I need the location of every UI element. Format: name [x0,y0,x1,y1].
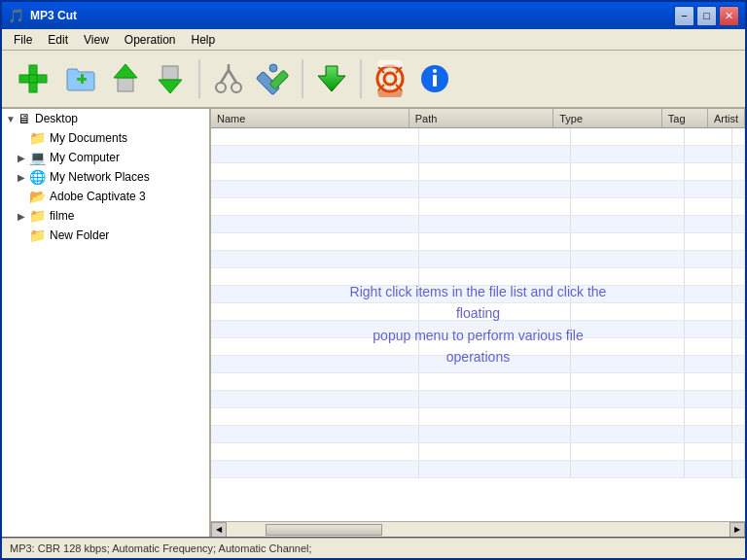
scroll-track[interactable] [227,523,729,537]
tools-button[interactable] [253,58,294,99]
scissors-button[interactable] [208,58,249,99]
col-header-tag: Tag [662,109,708,127]
add-folder-button[interactable] [60,58,101,99]
tree-label-my-computer: My Computer [50,151,120,164]
file-row [211,181,745,198]
tree-item-filme[interactable]: ▶ 📁 filme [2,206,209,226]
expand-icon: ▶ [18,153,27,163]
main-content: ▼ 🖥 Desktop 📁 My Documents ▶ 💻 My Comput… [2,109,745,537]
titlebar-icon: 🎵 [8,8,24,23]
scroll-thumb[interactable] [266,524,382,536]
folder-icon: 📁 [29,228,46,243]
close-button[interactable]: ✕ [719,6,739,26]
tree-item-my-documents[interactable]: 📁 My Documents [2,128,209,148]
file-row [211,426,745,443]
col-header-type: Type [553,109,662,127]
svg-rect-16 [269,70,289,89]
file-row [211,338,745,356]
tree-label-network-places: My Network Places [50,170,150,184]
maximize-button[interactable]: □ [696,6,717,26]
info-button[interactable] [414,58,455,99]
col-header-name: Name [211,109,409,127]
menu-edit[interactable]: Edit [40,31,76,49]
expand-icon: ▶ [18,172,27,183]
scroll-left-button[interactable]: ◀ [211,522,227,538]
svg-marker-7 [114,64,137,78]
folder-icon: 📂 [29,189,46,204]
tree-item-new-folder[interactable]: 📁 New Folder [2,226,209,245]
convert-button[interactable] [311,58,352,99]
expand-icon [18,230,27,241]
svg-line-12 [221,70,229,83]
file-row [211,268,745,286]
add-mp3-button[interactable] [10,55,56,102]
expand-icon: ▼ [6,114,16,124]
network-icon: 🌐 [29,169,46,185]
move-up-button[interactable] [105,58,146,99]
file-row [211,461,745,478]
separator-2 [302,59,303,98]
help-button[interactable] [370,58,410,99]
documents-icon: 📁 [29,130,46,146]
file-body[interactable]: Right click items in the file list and c… [211,128,745,521]
statusbar: MP3: CBR 128 kbps; Automatic Frequency; … [2,537,745,558]
file-row [211,216,745,233]
svg-point-20 [384,73,396,85]
tree-label-my-documents: My Documents [50,131,127,145]
titlebar: 🎵 MP3 Cut − □ ✕ [2,2,745,29]
separator-3 [360,59,362,98]
file-row [211,356,745,373]
menubar: File Edit View Operation Help [2,29,745,51]
desktop-icon: 🖥 [18,111,31,126]
tree-item-desktop[interactable]: ▼ 🖥 Desktop [2,109,209,128]
titlebar-controls: − □ ✕ [674,6,739,26]
col-header-path: Path [409,109,553,127]
svg-line-13 [229,70,236,83]
status-text: MP3: CBR 128 kbps; Automatic Frequency; … [10,542,312,554]
menu-operation[interactable]: Operation [117,31,184,49]
file-row [211,443,745,461]
tree-item-my-computer[interactable]: ▶ 💻 My Computer [2,148,209,167]
file-row [211,391,745,408]
folder-icon: 📁 [29,208,46,224]
svg-rect-8 [162,66,178,80]
file-row [211,373,745,391]
horizontal-scrollbar[interactable]: ◀ ▶ [211,521,745,537]
tree-label-filme: filme [50,209,74,223]
file-row [211,251,745,268]
svg-rect-5 [81,74,84,84]
expand-icon: ▶ [18,211,27,222]
tree-label-new-folder: New Folder [50,228,109,242]
svg-point-10 [216,83,226,92]
file-row [211,321,745,338]
svg-rect-27 [433,75,437,87]
separator-1 [198,59,200,98]
file-row [211,303,745,321]
tree-panel: ▼ 🖥 Desktop 📁 My Documents ▶ 💻 My Comput… [2,109,211,537]
tree-item-network-places[interactable]: ▶ 🌐 My Network Places [2,167,209,187]
menu-view[interactable]: View [76,31,117,49]
file-row [211,233,745,251]
svg-marker-9 [159,80,182,93]
tree-label-adobe-captivate: Adobe Captivate 3 [50,190,146,203]
svg-point-17 [269,64,277,72]
svg-rect-1 [29,65,37,92]
file-panel: Name Path Type Tag Artist [211,109,745,537]
minimize-button[interactable]: − [674,6,694,26]
menu-help[interactable]: Help [184,31,224,49]
scroll-right-button[interactable]: ▶ [729,522,745,538]
expand-icon [18,133,27,144]
svg-marker-18 [318,66,345,91]
file-row [211,408,745,426]
move-down-button[interactable] [150,58,191,99]
file-row [211,128,745,146]
menu-file[interactable]: File [6,31,40,49]
titlebar-title: MP3 Cut [30,9,674,22]
svg-point-26 [433,69,437,73]
tree-item-adobe-captivate[interactable]: 📂 Adobe Captivate 3 [2,187,209,206]
file-row [211,163,745,181]
computer-icon: 💻 [29,150,46,165]
file-row [211,146,745,163]
toolbar [2,51,745,109]
file-header: Name Path Type Tag Artist [211,109,745,128]
